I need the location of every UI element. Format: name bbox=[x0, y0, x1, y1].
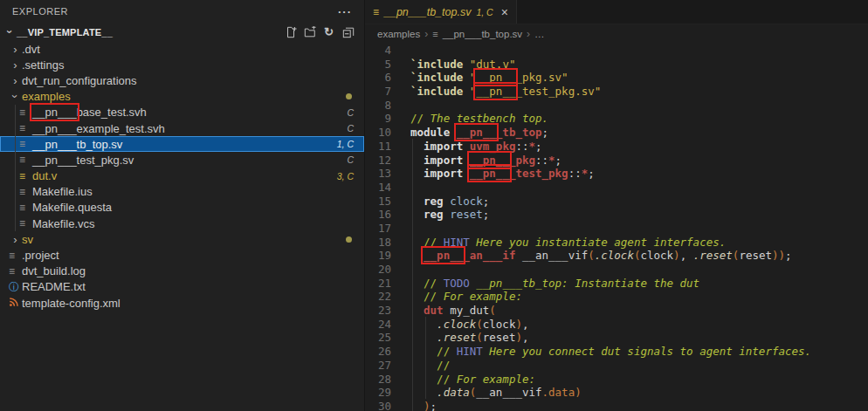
tree-file-pn-tb-top-sv[interactable]: ≡__pn___tb_top.sv1, C bbox=[0, 136, 364, 152]
code-token: ( bbox=[489, 304, 496, 317]
breadcrumb-symbol-more[interactable]: … bbox=[534, 29, 545, 39]
code-token bbox=[410, 359, 437, 372]
file-icon: ≡ bbox=[19, 171, 32, 182]
tree-folder-sv[interactable]: ›sv bbox=[0, 231, 364, 247]
code-line-25[interactable]: 25 .reset(reset), bbox=[365, 331, 868, 345]
new-file-icon[interactable] bbox=[284, 25, 297, 38]
code-line-30[interactable]: 30 ); bbox=[365, 400, 868, 411]
line-number[interactable]: 16 bbox=[365, 208, 391, 222]
tree-file-pn-test-pkg-sv[interactable]: ≡__pn___test_pkg.svC bbox=[0, 152, 364, 168]
line-number[interactable]: 15 bbox=[365, 195, 391, 209]
line-number[interactable]: 20 bbox=[365, 263, 391, 277]
code-line-27[interactable]: 27 // bbox=[365, 359, 868, 373]
line-number[interactable]: 8 bbox=[365, 99, 391, 113]
code-line-28[interactable]: 28 // For example: bbox=[365, 373, 868, 387]
tree-file-dut-v[interactable]: ≡dut.v3, C bbox=[0, 168, 364, 184]
code-line-14[interactable]: 14 bbox=[365, 181, 868, 195]
close-icon[interactable]: × bbox=[501, 6, 508, 18]
code-token: * bbox=[548, 154, 555, 167]
code-line-26[interactable]: 26 // HINT Here you connect dut signals … bbox=[365, 345, 868, 359]
code-line-22[interactable]: 22 // For example: bbox=[365, 290, 868, 304]
line-number[interactable]: 18 bbox=[365, 236, 391, 250]
line-number[interactable]: 22 bbox=[365, 290, 391, 304]
tree-file-dvt-build-log[interactable]: ≡dvt_build.log bbox=[0, 264, 364, 279]
line-number[interactable]: 27 bbox=[365, 359, 391, 373]
code-line-8[interactable]: 8 bbox=[365, 99, 868, 113]
item-label: dvt_run_configurations bbox=[22, 74, 137, 87]
line-number[interactable]: 21 bbox=[365, 277, 391, 291]
code-text: import uvm_pkg::*; bbox=[410, 140, 542, 154]
line-number[interactable]: 25 bbox=[365, 331, 391, 345]
tree-file-project[interactable]: ≡.project bbox=[0, 247, 364, 263]
new-folder-icon[interactable] bbox=[303, 25, 316, 38]
code-line-16[interactable]: 16 reg reset; bbox=[365, 208, 868, 222]
workspace-section-header[interactable]: › __VIP_TEMPLATE__ ↻ bbox=[0, 23, 364, 41]
code-token: // bbox=[437, 359, 450, 372]
tab-pn-tb-top[interactable]: ≡ __pn___tb_top.sv 1, C × bbox=[365, 0, 517, 24]
line-number[interactable]: 10 bbox=[365, 126, 391, 140]
tree-file-readme-txt[interactable]: ⓘREADME.txt bbox=[0, 279, 364, 295]
tree-file-base-test-svh[interactable]: ≡__pn___base_test.svhC bbox=[0, 105, 364, 120]
line-number[interactable]: 11 bbox=[365, 140, 391, 154]
code-token: TODO bbox=[444, 277, 470, 290]
code-token: ) bbox=[515, 331, 522, 344]
breadcrumb-file[interactable]: __pn___tb_top.sv bbox=[443, 29, 522, 39]
tree-folder-dvt-run-configurations[interactable]: ›dvt_run_configurations bbox=[0, 72, 364, 88]
line-number[interactable]: 26 bbox=[365, 345, 391, 359]
code-line-7[interactable]: 7`include "__pn___test_pkg.sv" bbox=[365, 85, 868, 99]
line-number[interactable]: 9 bbox=[365, 112, 391, 126]
code-line-10[interactable]: 10module __pn___tb_top; bbox=[365, 126, 868, 140]
code-line-21[interactable]: 21 // TODO __pn___tb_top: Instantiate th… bbox=[365, 277, 868, 291]
code-line-9[interactable]: 9// The testbench top. bbox=[365, 112, 868, 126]
code-line-19[interactable]: 19 __pn___an___if __an___vif(.clock(cloc… bbox=[365, 249, 868, 263]
code-token: // bbox=[424, 290, 444, 303]
line-number[interactable]: 19 bbox=[365, 249, 391, 263]
tree-file-makefile-vcs[interactable]: ≡Makefile.vcs bbox=[0, 216, 364, 231]
tree-file-makefile-questa[interactable]: ≡Makefile.questa bbox=[0, 200, 364, 216]
tree-file-pn-example-test-svh[interactable]: ≡__pn___example_test.svhC bbox=[0, 120, 364, 136]
line-number[interactable]: 24 bbox=[365, 318, 391, 332]
code-line-4[interactable]: 4 bbox=[365, 44, 868, 58]
code-token: :: bbox=[515, 140, 528, 153]
line-number[interactable]: 13 bbox=[365, 167, 391, 181]
line-number[interactable]: 4 bbox=[365, 44, 391, 58]
code-area[interactable]: 45`include "dut.v"6`include "__pn___pkg.… bbox=[365, 43, 868, 411]
code-token: ; bbox=[785, 249, 792, 262]
code-line-24[interactable]: 24 .clock(clock), bbox=[365, 318, 868, 332]
code-token: , bbox=[680, 249, 693, 262]
code-line-29[interactable]: 29 .data(__an___vif.data) bbox=[365, 386, 868, 400]
line-number[interactable]: 14 bbox=[365, 181, 391, 195]
tree-folder-examples[interactable]: ›examples bbox=[0, 89, 364, 105]
code-line-23[interactable]: 23 dut my_dut( bbox=[365, 304, 868, 318]
line-number[interactable]: 12 bbox=[365, 154, 391, 168]
breadcrumb-folder[interactable]: examples bbox=[377, 29, 420, 39]
item-label: Makefile.ius bbox=[32, 185, 93, 198]
code-line-12[interactable]: 12 import __pn___pkg::*; bbox=[365, 154, 868, 168]
code-line-17[interactable]: 17 bbox=[365, 222, 868, 236]
line-number[interactable]: 29 bbox=[365, 386, 391, 400]
code-line-20[interactable]: 20 bbox=[365, 263, 868, 277]
collapse-all-icon[interactable] bbox=[341, 25, 355, 38]
item-label: examples bbox=[22, 90, 71, 103]
line-number[interactable]: 6 bbox=[365, 71, 391, 85]
line-number[interactable]: 17 bbox=[365, 222, 391, 236]
code-line-18[interactable]: 18 // HINT Here you instantiate agent in… bbox=[365, 236, 868, 250]
line-number[interactable]: 7 bbox=[365, 85, 391, 99]
chevron-down-icon: › bbox=[10, 90, 21, 103]
tree-folder-dvt[interactable]: ›.dvt bbox=[0, 41, 364, 57]
code-line-15[interactable]: 15 reg clock; bbox=[365, 195, 868, 209]
line-number[interactable]: 28 bbox=[365, 373, 391, 387]
tree-folder-settings[interactable]: ›.settings bbox=[0, 57, 364, 72]
more-actions-icon[interactable]: ··· bbox=[338, 5, 352, 18]
code-line-11[interactable]: 11 import uvm_pkg::*; bbox=[365, 140, 868, 154]
code-line-13[interactable]: 13 import __pn___test_pkg::*; bbox=[365, 167, 868, 181]
line-number[interactable]: 5 bbox=[365, 58, 391, 72]
tree-file-template-config-xml[interactable]: template-config.xml bbox=[0, 295, 364, 311]
line-number[interactable]: 30 bbox=[365, 400, 391, 411]
line-number[interactable]: 23 bbox=[365, 304, 391, 318]
code-token: reset bbox=[483, 331, 516, 344]
code-line-5[interactable]: 5`include "dut.v" bbox=[365, 58, 868, 72]
refresh-icon[interactable]: ↻ bbox=[322, 25, 335, 38]
code-line-6[interactable]: 6`include "__pn___pkg.sv" bbox=[365, 71, 868, 85]
tree-file-makefile-ius[interactable]: ≡Makefile.ius bbox=[0, 184, 364, 200]
